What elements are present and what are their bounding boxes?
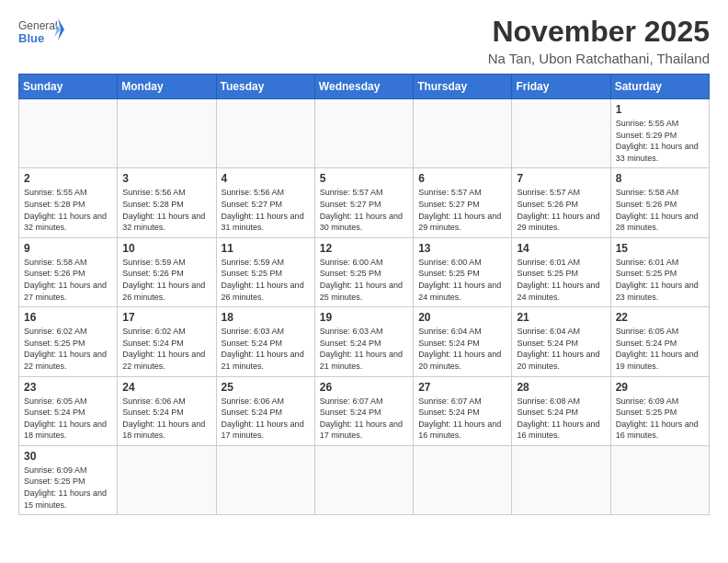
logo: General Blue — [18, 15, 64, 53]
day-16: 16 Sunrise: 6:02 AMSunset: 5:25 PMDaylig… — [19, 307, 118, 376]
header: General Blue November 2025 Na Tan, Ubon … — [18, 15, 710, 66]
calendar: Sunday Monday Tuesday Wednesday Thursday… — [18, 74, 710, 515]
svg-text:General: General — [18, 19, 58, 32]
day1-sunset-val: 5:29 PM — [646, 131, 677, 140]
empty-cell — [314, 99, 413, 168]
day-8: 8 Sunrise: 5:58 AMSunset: 5:26 PMDayligh… — [610, 168, 709, 237]
day-26: 26 Sunrise: 6:07 AMSunset: 5:24 PMDaylig… — [314, 376, 413, 445]
title-area: November 2025 Na Tan, Ubon Ratchathani, … — [488, 15, 710, 66]
day1-daylight-label: Daylight: — [616, 142, 648, 151]
week-row-1: 1 Sunrise: 5:55 AM Sunset: 5:29 PM Dayli… — [19, 99, 710, 168]
header-thursday: Thursday — [414, 75, 512, 99]
day-2: 2 Sunrise: 5:55 AMSunset: 5:28 PMDayligh… — [19, 168, 118, 237]
week-row-6: 30 Sunrise: 6:09 AMSunset: 5:25 PMDaylig… — [19, 445, 710, 514]
week-row-5: 23 Sunrise: 6:05 AMSunset: 5:24 PMDaylig… — [19, 376, 710, 445]
day-1: 1 Sunrise: 5:55 AM Sunset: 5:29 PM Dayli… — [610, 99, 709, 168]
empty-cell — [414, 99, 512, 168]
empty-cell — [512, 99, 610, 168]
empty-cell — [216, 445, 314, 514]
day1-sunrise-val: 5:55 AM — [648, 119, 678, 128]
day-17: 17 Sunrise: 6:02 AMSunset: 5:24 PMDaylig… — [118, 307, 216, 376]
empty-cell — [610, 445, 709, 514]
day-9: 9 Sunrise: 5:58 AMSunset: 5:26 PMDayligh… — [19, 237, 118, 306]
empty-cell — [118, 445, 216, 514]
empty-cell — [314, 445, 413, 514]
day-3: 3 Sunrise: 5:56 AMSunset: 5:28 PMDayligh… — [118, 168, 216, 237]
header-sunday: Sunday — [19, 75, 118, 99]
day-12: 12 Sunrise: 6:00 AMSunset: 5:25 PMDaylig… — [314, 237, 413, 306]
header-friday: Friday — [512, 75, 610, 99]
header-wednesday: Wednesday — [314, 75, 413, 99]
empty-cell — [118, 99, 216, 168]
empty-cell — [414, 445, 512, 514]
day-7: 7 Sunrise: 5:57 AMSunset: 5:26 PMDayligh… — [512, 168, 610, 237]
day-30: 30 Sunrise: 6:09 AMSunset: 5:25 PMDaylig… — [19, 445, 118, 514]
day-20: 20 Sunrise: 6:04 AMSunset: 5:24 PMDaylig… — [414, 307, 512, 376]
day-18: 18 Sunrise: 6:03 AMSunset: 5:24 PMDaylig… — [216, 307, 314, 376]
day-29: 29 Sunrise: 6:09 AMSunset: 5:25 PMDaylig… — [610, 376, 709, 445]
day-22: 22 Sunrise: 6:05 AMSunset: 5:24 PMDaylig… — [610, 307, 709, 376]
day-19: 19 Sunrise: 6:03 AMSunset: 5:24 PMDaylig… — [314, 307, 413, 376]
week-row-2: 2 Sunrise: 5:55 AMSunset: 5:28 PMDayligh… — [19, 168, 710, 237]
week-row-3: 9 Sunrise: 5:58 AMSunset: 5:26 PMDayligh… — [19, 237, 710, 306]
empty-cell — [512, 445, 610, 514]
weekday-header-row: Sunday Monday Tuesday Wednesday Thursday… — [19, 75, 710, 99]
logo-svg: General Blue — [18, 15, 64, 53]
month-title: November 2025 — [488, 15, 710, 49]
day-23: 23 Sunrise: 6:05 AMSunset: 5:24 PMDaylig… — [19, 376, 118, 445]
day-27: 27 Sunrise: 6:07 AMSunset: 5:24 PMDaylig… — [414, 376, 512, 445]
svg-text:Blue: Blue — [18, 31, 44, 45]
day-11: 11 Sunrise: 5:59 AMSunset: 5:25 PMDaylig… — [216, 237, 314, 306]
empty-cell — [19, 99, 118, 168]
day-24: 24 Sunrise: 6:06 AMSunset: 5:24 PMDaylig… — [118, 376, 216, 445]
day-25: 25 Sunrise: 6:06 AMSunset: 5:24 PMDaylig… — [216, 376, 314, 445]
week-row-4: 16 Sunrise: 6:02 AMSunset: 5:25 PMDaylig… — [19, 307, 710, 376]
header-tuesday: Tuesday — [216, 75, 314, 99]
header-monday: Monday — [118, 75, 216, 99]
empty-cell — [216, 99, 314, 168]
day1-sunset-label: Sunset: — [616, 131, 644, 140]
day-13: 13 Sunrise: 6:00 AMSunset: 5:25 PMDaylig… — [414, 237, 512, 306]
location-title: Na Tan, Ubon Ratchathani, Thailand — [488, 51, 710, 66]
day-4: 4 Sunrise: 5:56 AMSunset: 5:27 PMDayligh… — [216, 168, 314, 237]
day1-sunrise-label: Sunrise: — [616, 119, 646, 128]
header-saturday: Saturday — [610, 75, 709, 99]
day-14: 14 Sunrise: 6:01 AMSunset: 5:25 PMDaylig… — [512, 237, 610, 306]
day-6: 6 Sunrise: 5:57 AMSunset: 5:27 PMDayligh… — [414, 168, 512, 237]
day-15: 15 Sunrise: 6:01 AMSunset: 5:25 PMDaylig… — [610, 237, 709, 306]
day-10: 10 Sunrise: 5:59 AMSunset: 5:26 PMDaylig… — [118, 237, 216, 306]
day-28: 28 Sunrise: 6:08 AMSunset: 5:24 PMDaylig… — [512, 376, 610, 445]
day-21: 21 Sunrise: 6:04 AMSunset: 5:24 PMDaylig… — [512, 307, 610, 376]
day-5: 5 Sunrise: 5:57 AMSunset: 5:27 PMDayligh… — [314, 168, 413, 237]
